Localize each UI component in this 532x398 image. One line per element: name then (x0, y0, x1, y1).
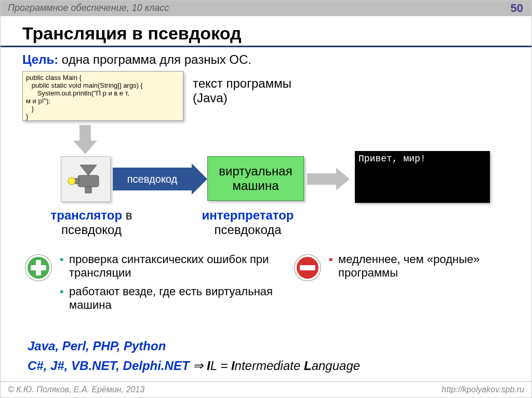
pseudocode-arrow: псевдокод (113, 168, 207, 190)
translator-bold: транслятор (50, 208, 122, 222)
langs2-list: C#, J#, VB.NET, Delphi.NET (28, 359, 190, 373)
list-item: медленнее, чем «родные» программы (329, 253, 503, 280)
plus-icon (25, 255, 51, 281)
virtual-machine-box: виртуальная машина (207, 156, 304, 201)
translator-label: транслятор в псевдокод (42, 208, 141, 237)
pseudocode-arrow-label: псевдокод (127, 173, 177, 185)
console-output: Привет, мир! (355, 151, 490, 203)
svg-marker-0 (80, 165, 97, 175)
list-item: работают везде, где есть виртуальная маш… (60, 285, 273, 312)
minus-icon (295, 255, 321, 281)
interpreter-line2: псевдокода (214, 223, 281, 237)
svg-rect-1 (78, 175, 99, 187)
arrow-right-icon (307, 170, 350, 188)
translator-line2: псевдокод (61, 223, 122, 237)
translator-box (61, 156, 111, 202)
slide-content: Цель: одна программа для разных ОС. publ… (1, 47, 531, 67)
vm-line1: виртуальная (208, 164, 303, 179)
goal-line: Цель: одна программа для разных ОС. (22, 52, 510, 67)
interpreter-bold: интерпретатор (202, 208, 294, 222)
arrow-down-icon (73, 125, 97, 154)
interpreter-label: интерпретатор псевдокода (180, 208, 315, 237)
svg-point-3 (68, 177, 75, 185)
copyright: © К.Ю. Поляков, Е.А. Ерёмин, 2013 (8, 385, 144, 394)
footer-url: http://kpolyakov.spb.ru (442, 385, 524, 394)
svg-rect-4 (85, 187, 91, 193)
slide-title: Трансляция в псевдокод (1, 16, 531, 47)
cons-list: медленнее, чем «родные» программы (329, 253, 503, 280)
languages-line-2: C#, J#, VB.NET, Delphi.NET ⇒ IL = Interm… (28, 359, 360, 373)
vm-line2: машина (208, 179, 303, 193)
list-item: проверка синтаксических ошибок при транс… (60, 253, 273, 280)
pros-list: проверка синтаксических ошибок при транс… (60, 253, 273, 317)
languages-line-1: Java, Perl, PHP, Python (28, 339, 166, 353)
goal-label: Цель (22, 52, 54, 66)
goal-text: одна программа для разных ОС. (62, 52, 251, 66)
footer: © К.Ю. Поляков, Е.А. Ерёмин, 2013 http:/… (1, 381, 531, 397)
page-number: 50 (511, 2, 523, 15)
grinder-icon (68, 163, 104, 196)
breadcrumb: Программное обеспечение, 10 класс (8, 3, 169, 13)
source-code-box: public class Main { public static void m… (22, 71, 183, 121)
console-text: Привет, мир! (358, 154, 426, 164)
header-bar: Программное обеспечение, 10 класс 50 (1, 1, 531, 16)
source-code-label: текст программы (Java) (193, 76, 291, 105)
